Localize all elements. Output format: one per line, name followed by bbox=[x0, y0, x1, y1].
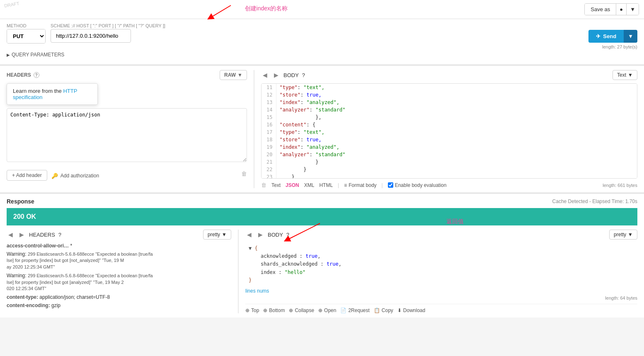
method-dropdown[interactable]: PUT GET POST DELETE bbox=[7, 29, 45, 43]
resp-header-val-enc: gzip bbox=[51, 303, 61, 308]
resp-pretty-arrow: ▼ bbox=[222, 232, 227, 237]
download-icon: ⬇ bbox=[397, 308, 402, 313]
response-title: Response bbox=[7, 198, 34, 205]
body-tab-json[interactable]: JSON bbox=[286, 182, 299, 188]
top-button[interactable]: ⊕ Top bbox=[245, 308, 259, 313]
text-type-button[interactable]: Text ▼ bbox=[613, 70, 637, 80]
text-type-arrow: ▼ bbox=[628, 72, 633, 78]
send-main-button[interactable]: ✈ Send bbox=[588, 30, 624, 43]
body-tab-xml[interactable]: XML bbox=[304, 182, 315, 188]
method-select[interactable]: PUT GET POST DELETE bbox=[7, 29, 46, 44]
json-text: : { bbox=[307, 122, 316, 128]
send-dropdown-button[interactable]: ▼ bbox=[624, 30, 637, 43]
body-trash-icon[interactable]: 🗑 bbox=[261, 182, 266, 188]
method-label: METHOD bbox=[7, 23, 46, 28]
send-button-group[interactable]: ✈ Send ▼ bbox=[588, 30, 637, 43]
save-as-dot: ● bbox=[616, 4, 626, 15]
request2-button[interactable]: 📄 2Request bbox=[340, 308, 369, 313]
top-icon: ⊕ bbox=[245, 308, 249, 313]
top-label: Top bbox=[251, 308, 259, 313]
json-key: "analyzer" bbox=[280, 107, 310, 113]
send-icon: ✈ bbox=[596, 33, 600, 39]
left-panel: HEADERS ? Raw ▼ Learn more from the HTTP… bbox=[7, 70, 247, 188]
resp-pretty-button[interactable]: pretty ▼ bbox=[203, 230, 231, 240]
text-type-label: Text bbox=[617, 72, 626, 78]
enable-eval-checkbox[interactable] bbox=[388, 182, 393, 188]
raw-button[interactable]: Raw ▼ bbox=[220, 70, 247, 80]
download-button[interactable]: ⬇ Download bbox=[397, 308, 425, 313]
json-text: } bbox=[280, 159, 319, 165]
headers-label: HEADERS bbox=[7, 72, 31, 78]
top-bar: DRAFT 创建index的名称 Save as ● ▼ bbox=[0, 0, 644, 19]
line-number: 11 bbox=[261, 84, 276, 91]
line-number: 17 bbox=[261, 128, 276, 136]
resp-header-warning-2: Warning: 299 Elasticsearch-5.6.8-688ecce… bbox=[7, 273, 231, 292]
raw-dropdown-arrow: ▼ bbox=[237, 72, 242, 78]
resp-headers-collapse-right[interactable]: ▶ bbox=[18, 231, 26, 238]
body-code-line: 22 } bbox=[261, 166, 637, 173]
resp-open-brace: { bbox=[254, 245, 257, 251]
collapse-triangle[interactable]: ▼ bbox=[249, 245, 252, 251]
resp-body-pretty-button[interactable]: pretty ▼ bbox=[609, 230, 637, 240]
save-as-button[interactable]: Save as ● ▼ bbox=[584, 3, 639, 15]
copy-button[interactable]: 📋 Copy bbox=[374, 308, 393, 313]
divider bbox=[254, 70, 254, 188]
line-code: "store": true, bbox=[276, 136, 637, 143]
draft-watermark: DRAFT bbox=[4, 1, 19, 8]
resp-key-shards: shards_acknowledged bbox=[261, 261, 317, 267]
resp-footer: ⊕ Top ⊕ Bottom ⊕ Collapse ⊕ Open 📄 2R bbox=[245, 304, 637, 313]
add-auth-row[interactable]: 🔑 Add authorization bbox=[51, 173, 99, 179]
enable-eval-text: Enable body evaluation bbox=[395, 182, 447, 188]
query-params-row[interactable]: ▶ QUERY PARAMETERS bbox=[7, 52, 637, 58]
json-key: "type" bbox=[280, 129, 298, 135]
line-code: "index": "analyzed", bbox=[276, 143, 637, 151]
json-text: : bbox=[310, 152, 315, 157]
save-as-label: Save as bbox=[585, 4, 616, 15]
json-key: "type" bbox=[280, 85, 298, 90]
resp-colon-2: : bbox=[320, 261, 326, 267]
trash-icon[interactable]: 🗑 bbox=[241, 170, 247, 177]
resp-body-collapse-left[interactable]: ◀ bbox=[245, 231, 253, 238]
collapse-button[interactable]: ⊕ Collapse bbox=[289, 308, 314, 313]
bottom-button[interactable]: ⊕ Bottom bbox=[263, 308, 285, 313]
body-code-line: 20"analyzer": "standard" bbox=[261, 151, 637, 158]
resp-headers-collapse-left[interactable]: ◀ bbox=[7, 231, 15, 238]
body-code-area[interactable]: 11"type": "text",12"store": true,13"inde… bbox=[261, 83, 637, 179]
line-code: "analyzer": "standard" bbox=[276, 106, 637, 114]
resp-header-key-ct: content-type: bbox=[7, 294, 39, 300]
resp-val-index: "hello" bbox=[285, 269, 306, 275]
add-header-button[interactable]: + Add header bbox=[7, 170, 47, 181]
raw-label: Raw bbox=[224, 72, 236, 78]
body-code-line: 15 }, bbox=[261, 114, 637, 121]
lines-nums-link[interactable]: lines nums bbox=[245, 288, 269, 294]
body-info-icon[interactable]: ? bbox=[302, 72, 305, 78]
json-text: : bbox=[300, 144, 306, 150]
resp-headers-info-icon[interactable]: ? bbox=[58, 232, 61, 238]
add-auth-label: Add authorization bbox=[61, 173, 99, 179]
line-code: } bbox=[276, 173, 637, 179]
body-tab-html[interactable]: HTML bbox=[319, 182, 333, 188]
open-button[interactable]: ⊕ Open bbox=[318, 308, 336, 313]
cache-info: Cache Detected - Elapsed Time: 1.70s bbox=[552, 199, 637, 204]
tooltip-box: Learn more from the HTTP specification bbox=[7, 83, 98, 105]
json-text: : bbox=[300, 92, 306, 98]
resp-body-collapse-right[interactable]: ▶ bbox=[257, 231, 264, 238]
enable-eval-label[interactable]: Enable body evaluation bbox=[388, 182, 447, 188]
headers-info-icon[interactable]: ? bbox=[34, 72, 39, 78]
body-collapse-left[interactable]: ◀ bbox=[261, 72, 269, 78]
json-string-val: "text", bbox=[303, 85, 324, 90]
save-as-dropdown-arrow[interactable]: ▼ bbox=[626, 4, 639, 15]
body-code-line: 12"store": true, bbox=[261, 91, 637, 99]
format-icon: ≡ bbox=[344, 182, 347, 188]
bottom-icon: ⊕ bbox=[263, 308, 267, 313]
format-body-button[interactable]: ≡ Format body bbox=[344, 182, 376, 188]
url-input[interactable] bbox=[51, 29, 131, 43]
body-tab-text[interactable]: Text bbox=[271, 182, 281, 188]
headers-textarea[interactable]: Content-Type: application/json bbox=[7, 108, 247, 162]
json-key: "index" bbox=[280, 144, 301, 150]
body-collapse-right[interactable]: ▶ bbox=[272, 72, 280, 78]
json-key: "store" bbox=[280, 92, 301, 98]
line-code: "type": "text", bbox=[276, 128, 637, 136]
scheme-label: SCHEME :// HOST [ ":" PORT ] [ "/" PATH … bbox=[51, 23, 583, 28]
request-area: METHOD PUT GET POST DELETE SCHEME :// HO… bbox=[0, 19, 644, 66]
